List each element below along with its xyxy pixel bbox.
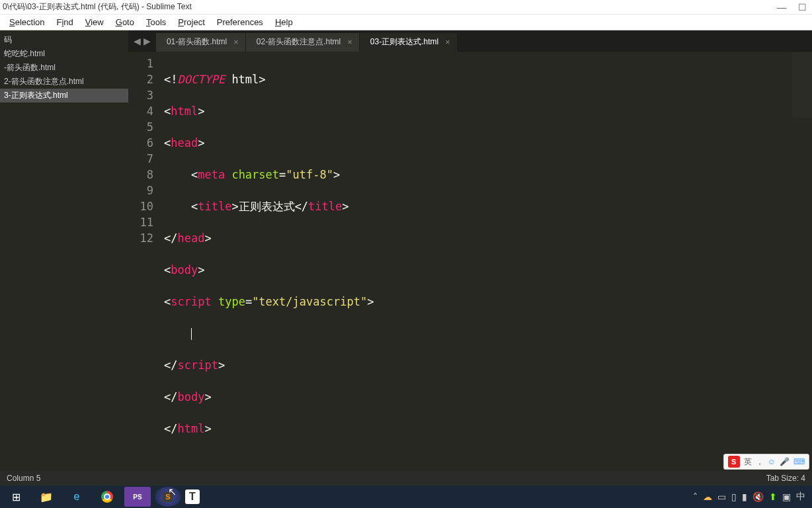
tab-file-1[interactable]: 01-箭头函数.html ×	[156, 33, 246, 52]
line-gutter: 123456789101112	[128, 52, 161, 471]
sogou-icon[interactable]: S	[728, 456, 740, 468]
text-cursor	[191, 328, 192, 340]
menu-tools[interactable]: Tools	[141, 16, 171, 28]
editor-area: ◀ ▶ 01-箭头函数.html × 02-箭头函数注意点.html × 03-…	[128, 30, 812, 471]
start-button[interactable]: ⊞	[3, 487, 29, 507]
system-tray: ˄ ☁ ▭ ▯ ▮ 🔇 ⬆ ▣ 中	[693, 491, 809, 503]
status-tabsize[interactable]: Tab Size: 4	[766, 474, 805, 483]
sidebar-file[interactable]: -箭头函数.html	[0, 61, 128, 75]
sidebar-folder[interactable]: 码	[0, 33, 128, 47]
tray-icon[interactable]: ▯	[731, 491, 737, 502]
close-icon[interactable]: ×	[233, 37, 239, 47]
sidebar-file-active[interactable]: 3-正则表达式.html	[0, 89, 128, 103]
menu-preferences[interactable]: Preferences	[212, 16, 268, 28]
chevron-up-icon[interactable]: ˄	[693, 491, 698, 502]
menu-goto[interactable]: Goto	[110, 16, 140, 28]
maximize-button[interactable]: ☐	[798, 2, 807, 13]
tab-file-3-active[interactable]: 03-正则表达式.html ×	[360, 33, 458, 52]
menu-selection[interactable]: Selection	[4, 16, 50, 28]
sidebar-file[interactable]: 蛇吃蛇.html	[0, 47, 128, 61]
file-sidebar: 码 蛇吃蛇.html -箭头函数.html 2-箭头函数注意点.html 3-正…	[0, 30, 128, 471]
tab-file-2[interactable]: 02-箭头函数注意点.html ×	[246, 33, 360, 52]
ime-comma[interactable]: ，	[756, 456, 764, 468]
file-explorer-icon[interactable]: 📁	[33, 487, 60, 507]
window-title: 0\代码\03-正则表达式.html (代码, 代码) - Sublime Te…	[3, 1, 777, 13]
edge-icon[interactable]: e	[63, 487, 90, 507]
menu-help[interactable]: Help	[270, 16, 298, 28]
network-icon[interactable]: ▭	[717, 491, 726, 502]
battery-icon[interactable]: ▮	[742, 491, 747, 502]
tab-label: 01-箭头函数.html	[167, 36, 227, 48]
windows-taskbar: ⊞ 📁 e PS S↖ T ˄ ☁ ▭ ▯ ▮ 🔇 ⬆ ▣ 中	[0, 486, 812, 508]
minimize-button[interactable]: —	[777, 2, 786, 13]
ime-lang[interactable]: 英	[744, 456, 752, 468]
tab-bar: ◀ ▶ 01-箭头函数.html × 02-箭头函数注意点.html × 03-…	[128, 30, 812, 52]
text-app-icon[interactable]: T	[185, 489, 200, 504]
close-icon[interactable]: ×	[347, 37, 352, 47]
cloud-icon[interactable]: ☁	[703, 491, 712, 502]
ime-toolbar[interactable]: S 英 ， ☺ 🎤 ⌨	[723, 454, 809, 470]
tab-nav-arrows[interactable]: ◀ ▶	[128, 36, 156, 46]
status-bar: Column 5 Tab Size: 4	[0, 471, 812, 486]
window-titlebar: 0\代码\03-正则表达式.html (代码, 代码) - Sublime Te…	[0, 0, 812, 15]
menu-bar: Selection Find View Goto Tools Project P…	[0, 15, 812, 30]
smiley-icon[interactable]: ☺	[768, 457, 776, 466]
mic-icon[interactable]: 🎤	[780, 457, 790, 466]
code-content[interactable]: <!DOCTYPE html> <html> <head> <meta char…	[161, 52, 812, 471]
sidebar-file[interactable]: 2-箭头函数注意点.html	[0, 75, 128, 89]
menu-find[interactable]: Find	[51, 16, 78, 28]
close-icon[interactable]: ×	[445, 37, 450, 47]
tab-label: 02-箭头函数注意点.html	[257, 36, 341, 48]
status-column: Column 5	[7, 474, 40, 483]
minimap[interactable]	[792, 52, 812, 118]
tray-icon[interactable]: ▣	[782, 491, 791, 502]
tab-label: 03-正则表达式.html	[370, 36, 438, 48]
menu-view[interactable]: View	[80, 16, 109, 28]
volume-icon[interactable]: 🔇	[752, 491, 764, 502]
code-editor[interactable]: 123456789101112 <!DOCTYPE html> <html> <…	[128, 52, 812, 471]
keyboard-icon[interactable]: ⌨	[793, 457, 805, 466]
phpstorm-icon[interactable]: PS	[124, 487, 151, 507]
menu-project[interactable]: Project	[173, 16, 210, 28]
ime-lang-indicator[interactable]: 中	[796, 491, 805, 503]
sync-icon[interactable]: ⬆	[769, 491, 777, 502]
chrome-icon[interactable]	[94, 487, 120, 507]
sublime-icon[interactable]: S↖	[155, 487, 181, 507]
